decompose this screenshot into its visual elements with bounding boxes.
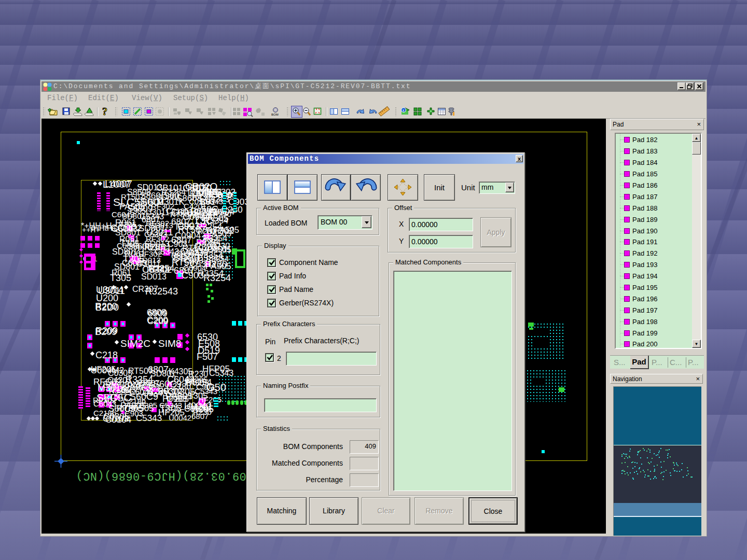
svg-text:BOM: BOM [271,113,279,116]
svg-text:i: i [403,108,404,113]
svg-text:?: ? [102,106,107,117]
